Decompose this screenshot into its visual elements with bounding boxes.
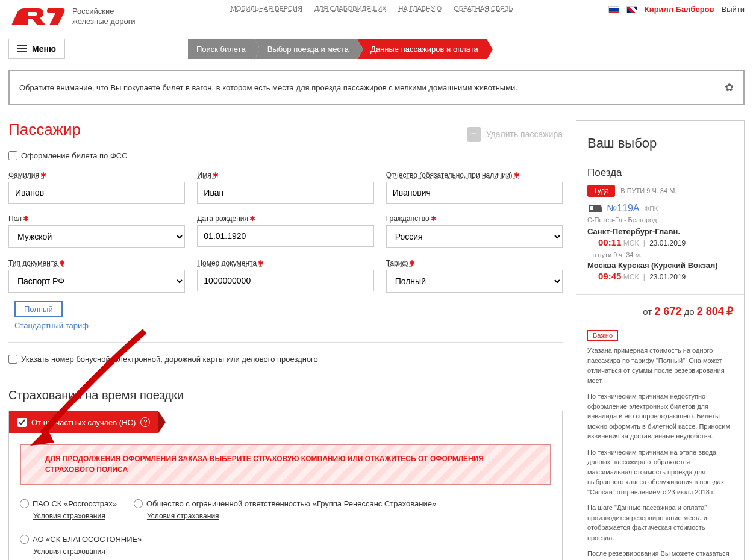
sidebar-title: Ваш выбор: [576, 126, 744, 156]
logout-link[interactable]: Выйти: [722, 5, 745, 14]
crumb-payment: Данные пассажиров и оплата: [357, 39, 487, 59]
username[interactable]: Кирилл Балберов: [645, 5, 714, 14]
sidebar: Ваш выбор Поезда Туда В ПУТИ 9 Ч. 34 М. …: [576, 120, 745, 560]
ins-opt-3[interactable]: [20, 535, 29, 544]
date-from: 23.01.2019: [649, 239, 686, 247]
ins-opt-2[interactable]: [134, 499, 143, 508]
fss-checkbox[interactable]: [8, 151, 17, 160]
insurance-title: Страхование на время поездки: [8, 388, 563, 402]
date-to: 23.01.2019: [649, 273, 686, 281]
ins-terms-2[interactable]: Условия страхования: [147, 512, 436, 520]
patronymic-input[interactable]: [386, 182, 563, 204]
train-company: ФПК: [645, 205, 658, 212]
top-links: МОБИЛЬНАЯ ВЕРСИЯ ДЛЯ СЛАБОВИДЯЩИХ НА ГЛА…: [231, 5, 513, 12]
tariff-tag: Полный: [14, 301, 63, 317]
name-input[interactable]: [197, 182, 373, 204]
ins-terms-1[interactable]: Условия страхования: [33, 512, 117, 520]
ins-terms-3[interactable]: Условия страхования: [33, 547, 142, 556]
time-to: 09:45: [598, 271, 621, 281]
fss-label: Оформление билета по ФСС: [21, 151, 128, 160]
surname-input[interactable]: [8, 182, 185, 204]
menu-button[interactable]: Меню: [8, 39, 65, 59]
flag-ru-icon[interactable]: [608, 6, 619, 13]
info-3: По техническим причинам на этапе ввода д…: [576, 447, 744, 503]
patronymic-label: Отчество (обязательно, при наличии)✱: [386, 171, 563, 179]
bonus-label: Указать номер бонусной, электронной, дор…: [21, 355, 318, 364]
important-badge: Важно: [587, 330, 618, 341]
crumb-select[interactable]: Выбор поезда и места: [254, 39, 357, 59]
logo-text-2: железные дороги: [72, 17, 136, 27]
doctype-select[interactable]: Паспорт РФ: [8, 270, 185, 293]
citizenship-select[interactable]: Россия: [386, 225, 563, 248]
minus-icon: −: [467, 127, 481, 142]
surname-label: Фамилия✱: [8, 171, 185, 179]
insurance-header[interactable]: От несчастных случаев (НС) ?: [9, 411, 158, 433]
time-from: 00:11: [598, 237, 621, 247]
tariff-select[interactable]: Полный: [386, 270, 563, 293]
doctype-label: Тип документа✱: [8, 259, 185, 267]
info-5: После резервирования Вы можете отказатьс…: [576, 549, 744, 560]
breadcrumb: Поиск билета Выбор поезда и места Данные…: [188, 39, 487, 59]
delete-passenger: − Удалить пассажира: [467, 127, 563, 142]
train-icon: [587, 204, 602, 213]
gender-select[interactable]: Мужской: [8, 225, 185, 248]
gender-label: Пол✱: [8, 214, 185, 223]
close-icon[interactable]: ✿: [725, 81, 734, 94]
route: С-Петер-Гл - Белгород: [587, 216, 733, 223]
notice-banner: Обратите внимание, что Вы покупаете биле…: [8, 70, 745, 105]
insurance-box: От несчастных случаев (НС) ? ДЛЯ ПРОДОЛЖ…: [8, 411, 563, 560]
info-4: На шаге "Данные пассажира и оплата" прои…: [576, 503, 744, 549]
ins-opt-1[interactable]: [20, 499, 29, 508]
tariff-label: Тариф✱: [386, 259, 563, 267]
link-accessibility[interactable]: ДЛЯ СЛАБОВИДЯЩИХ: [314, 5, 387, 12]
info-2: По техническим причинам недоступно оформ…: [576, 391, 744, 447]
docnum-input[interactable]: [197, 270, 373, 291]
help-icon[interactable]: ?: [140, 417, 150, 427]
link-feedback[interactable]: ОБРАТНАЯ СВЯЗЬ: [454, 5, 513, 12]
link-mobile[interactable]: МОБИЛЬНАЯ ВЕРСИЯ: [231, 5, 302, 12]
logo-text-1: Российские: [72, 7, 136, 17]
birthdate-input[interactable]: [197, 225, 373, 247]
travel-time: В ПУТИ 9 Ч. 34 М.: [620, 187, 676, 194]
info-1: Указана примерная стоимость на одного па…: [576, 346, 744, 391]
train-number[interactable]: №119А: [607, 203, 640, 214]
direction-badge: Туда: [587, 185, 615, 197]
page-title: Пассажир: [8, 120, 81, 139]
logo-block: Российские железные дороги: [8, 5, 136, 29]
sidebar-trains-label: Поезда: [576, 164, 744, 185]
insurance-warning: ДЛЯ ПРОДОЛЖЕНИЯ ОФОРМЛЕНИЯ ЗАКАЗА ВЫБЕРИ…: [20, 444, 551, 485]
rzd-logo: [8, 5, 66, 29]
name-label: Имя✱: [197, 171, 373, 179]
link-home[interactable]: НА ГЛАВНУЮ: [399, 5, 442, 12]
tariff-link[interactable]: Стандартный тариф: [14, 321, 89, 330]
crumb-search[interactable]: Поиск билета: [188, 39, 254, 59]
hamburger-icon: [17, 45, 27, 52]
station-to: Москва Курская (Курский Вокзал): [587, 261, 733, 270]
notice-text: Обратите внимание, что Вы покупаете биле…: [19, 83, 517, 92]
birthdate-label: Дата рождения✱: [197, 214, 373, 223]
insurance-checkbox[interactable]: [17, 418, 27, 427]
flag-en-icon[interactable]: [626, 6, 637, 13]
price-box: от 2 672 до 2 804 ₽: [576, 294, 744, 328]
station-from: Санкт-Петербург-Главн.: [587, 227, 733, 236]
citizenship-label: Гражданство✱: [386, 214, 563, 223]
docnum-label: Номер документа✱: [197, 259, 373, 267]
bonus-checkbox[interactable]: [8, 355, 17, 364]
